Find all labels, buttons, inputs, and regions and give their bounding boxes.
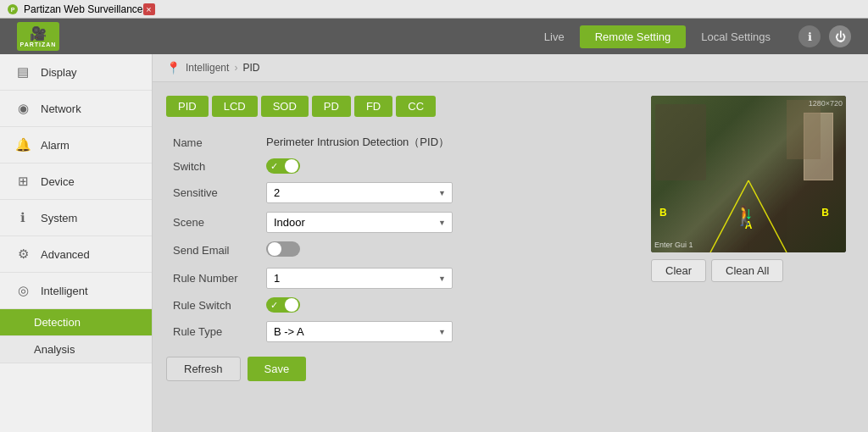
svg-text:P: P (11, 7, 15, 13)
sidebar-item-advanced-label: Advanced (41, 248, 90, 261)
switch-toggle[interactable] (266, 158, 300, 174)
sensitive-select[interactable]: 1 2 3 4 5 (266, 182, 453, 203)
info-icon-button[interactable]: ℹ (798, 25, 821, 47)
rule-number-label: Rule Number (166, 263, 259, 293)
sidebar-item-network[interactable]: ◉ Network (0, 91, 152, 127)
rule-type-select[interactable]: B -> A A -> B A <-> B (266, 321, 453, 342)
camera-resolution: 1280×720 (809, 99, 843, 108)
breadcrumb-parent: Intelligent (186, 62, 229, 74)
form-row-rule-number: Rule Number 1 2 3 4 (166, 263, 634, 293)
send-email-label: Send Email (166, 237, 259, 263)
action-row: Refresh Save (166, 357, 634, 381)
form-row-name: Name Perimeter Intrusion Detection（PID） (166, 130, 634, 154)
sidebar-item-system[interactable]: ℹ System (0, 200, 152, 236)
sidebar-item-display-label: Display (41, 66, 77, 79)
left-panel: PID LCD SOD PD FD CC Name Perimeter Intr… (166, 96, 634, 381)
camera-feed: B B A 🚶 ↓ Enter Gui 1 1280×720 (651, 96, 846, 252)
switch-label: Switch (166, 154, 259, 178)
sidebar-item-alarm[interactable]: 🔔 Alarm (0, 127, 152, 163)
titlebar-close-button[interactable]: × (143, 3, 155, 15)
app-icon: P (7, 3, 19, 15)
sensitive-select-wrap: 1 2 3 4 5 (266, 182, 453, 203)
form-row-send-email: Send Email (166, 237, 634, 263)
logo: 🎥 PARTIZAN (17, 22, 59, 51)
rule-number-select[interactable]: 1 2 3 4 (266, 268, 453, 289)
display-icon: ▤ (14, 63, 32, 81)
sidebar-item-device[interactable]: ⊞ Device (0, 163, 152, 200)
tab-fd[interactable]: FD (354, 96, 392, 117)
breadcrumb-icon: 📍 (166, 61, 181, 75)
tab-pd[interactable]: PD (312, 96, 351, 117)
scene-select-wrap: Indoor Outdoor (266, 212, 453, 233)
tab-lcd[interactable]: LCD (212, 96, 258, 117)
camera-arrow: ↓ (744, 203, 753, 223)
tab-sod[interactable]: SOD (261, 96, 309, 117)
tab-cc[interactable]: CC (396, 96, 436, 117)
nav-live-button[interactable]: Live (529, 25, 580, 48)
rule-type-label: Rule Type (166, 317, 259, 346)
form-row-rule-switch: Rule Switch (166, 293, 634, 317)
sidebar-item-network-label: Network (41, 102, 81, 115)
sidebar-sub-item-analysis[interactable]: Analysis (0, 336, 152, 363)
sidebar-sub: Detection Analysis (0, 309, 152, 363)
clear-button[interactable]: Clear (651, 259, 706, 282)
power-icon-button[interactable]: ⏻ (829, 25, 851, 47)
rule-switch-label: Rule Switch (166, 293, 259, 317)
sidebar-item-advanced[interactable]: ⚙ Advanced (0, 236, 152, 273)
camera-label-b-right: B (821, 207, 829, 219)
sidebar: ▤ Display ◉ Network 🔔 Alarm ⊞ Device ℹ S… (0, 54, 153, 432)
rule-type-select-wrap: B -> A A -> B A <-> B (266, 321, 453, 342)
form-table: Name Perimeter Intrusion Detection（PID） … (166, 130, 634, 346)
right-panel: B B A 🚶 ↓ Enter Gui 1 1280×720 (651, 96, 854, 381)
content: 📍 Intelligent › PID PID LCD SOD PD FD CC (153, 54, 868, 432)
sidebar-item-system-label: System (41, 212, 77, 224)
sidebar-sub-item-detection[interactable]: Detection (0, 309, 152, 336)
camera-overlay: B B A 🚶 ↓ Enter Gui 1 1280×720 (651, 96, 846, 252)
tab-row: PID LCD SOD PD FD CC (166, 96, 634, 117)
sensitive-label: Sensitive (166, 178, 259, 208)
nav-remote-setting-button[interactable]: Remote Setting (580, 25, 687, 48)
rule-switch-toggle[interactable] (266, 297, 300, 313)
breadcrumb-current: PID (242, 62, 259, 74)
alarm-icon: 🔔 (14, 136, 32, 154)
camera-timestamp: Enter Gui 1 (654, 241, 693, 249)
rule-toggle-knob (285, 298, 298, 312)
advanced-icon: ⚙ (14, 245, 32, 263)
clean-all-button[interactable]: Clean All (711, 259, 783, 282)
form-row-rule-type: Rule Type B -> A A -> B A <-> B (166, 317, 634, 346)
name-label: Name (166, 130, 259, 154)
save-button[interactable]: Save (248, 357, 307, 381)
scene-select[interactable]: Indoor Outdoor (266, 212, 453, 233)
tab-pid[interactable]: PID (166, 96, 209, 117)
network-icon: ◉ (14, 99, 32, 118)
nav-icons: ℹ ⏻ (798, 25, 851, 47)
send-email-toggle[interactable] (266, 241, 300, 257)
logo-box: 🎥 PARTIZAN (17, 22, 59, 51)
sidebar-item-intelligent-label: Intelligent (41, 285, 88, 297)
breadcrumb-separator: › (234, 62, 237, 74)
toggle-knob (285, 159, 298, 173)
email-toggle-knob (268, 242, 281, 256)
camera-label-b-left: B (659, 207, 667, 219)
topnav: 🎥 PARTIZAN Live Remote Setting Local Set… (0, 19, 868, 54)
intelligent-icon: ◎ (14, 281, 32, 300)
rule-number-select-wrap: 1 2 3 4 (266, 268, 453, 289)
form-row-scene: Scene Indoor Outdoor (166, 208, 634, 237)
content-inner: PID LCD SOD PD FD CC Name Perimeter Intr… (153, 82, 868, 395)
breadcrumb: 📍 Intelligent › PID (153, 54, 868, 82)
titlebar: P Partizan Web Surveillance × (0, 0, 868, 19)
sidebar-item-device-label: Device (41, 175, 75, 188)
sidebar-item-intelligent[interactable]: ◎ Intelligent (0, 273, 152, 309)
logo-text: PARTIZAN (20, 42, 57, 47)
logo-icon: 🎥 (30, 25, 47, 42)
nav-local-settings-button[interactable]: Local Settings (686, 25, 786, 48)
nav-buttons: Live Remote Setting Local Settings (529, 25, 786, 48)
refresh-button[interactable]: Refresh (166, 357, 241, 381)
system-icon: ℹ (14, 208, 32, 227)
form-row-switch: Switch (166, 154, 634, 178)
main-layout: ▤ Display ◉ Network 🔔 Alarm ⊞ Device ℹ S… (0, 54, 868, 432)
sidebar-item-display[interactable]: ▤ Display (0, 54, 152, 91)
titlebar-title: Partizan Web Surveillance (24, 3, 143, 15)
camera-controls: Clear Clean All (651, 259, 854, 282)
form-row-sensitive: Sensitive 1 2 3 4 5 (166, 178, 634, 208)
